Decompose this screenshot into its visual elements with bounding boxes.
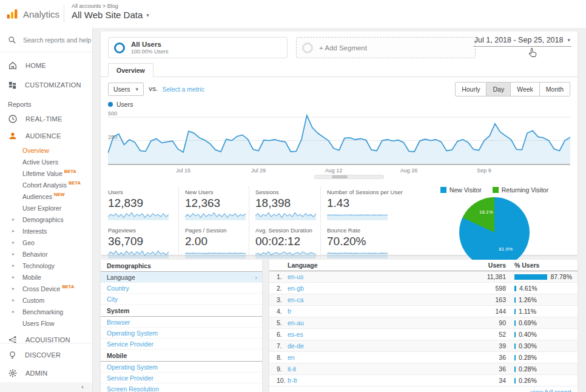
language-link[interactable]: en-au	[288, 319, 462, 326]
sidebar-item-audiences[interactable]: AudiencesNEW	[0, 191, 92, 202]
sidebar-item-cohort-analysis[interactable]: Cohort AnalysisBETA	[0, 179, 92, 191]
granularity-day-button[interactable]: Day	[486, 83, 510, 96]
add-segment-button[interactable]: + Add Segment	[296, 37, 476, 58]
granularity-month-button[interactable]: Month	[539, 83, 570, 96]
sidebar-item-realtime[interactable]: REAL-TIME	[0, 110, 92, 127]
sidebar-item-technology[interactable]: ▸Technology	[0, 260, 92, 271]
expand-arrow-icon[interactable]: ▸	[12, 286, 15, 291]
language-code[interactable]: en-ca	[288, 296, 303, 303]
dimension-link-service-provider[interactable]: Service Provider	[101, 373, 262, 384]
dimension-link-city[interactable]: City	[101, 294, 262, 305]
language-code[interactable]: en	[288, 354, 295, 361]
dimension-link-browser[interactable]: Browser	[101, 317, 262, 328]
sidebar-item-geo[interactable]: ▸Geo	[0, 237, 92, 248]
tab-overview[interactable]: Overview	[108, 63, 153, 77]
sidebar-item-discover[interactable]: DISCOVER	[0, 346, 92, 364]
sidebar-item-label: Custom	[22, 297, 44, 304]
metric-card-sessions[interactable]: Sessions18,398	[249, 186, 320, 225]
language-link[interactable]: it-it	[288, 365, 462, 373]
dimension-link-country[interactable]: Country	[101, 283, 262, 294]
language-link[interactable]: en-gb	[288, 285, 462, 292]
dimension-link-language[interactable]: Language›	[101, 272, 262, 283]
granularity-hourly-button[interactable]: Hourly	[456, 83, 486, 96]
language-code[interactable]: en-us	[288, 273, 303, 280]
breadcrumb-path[interactable]: All accounts > Blog	[72, 3, 149, 9]
metric-card-pages-session[interactable]: Pages / Session2.00	[178, 225, 249, 263]
select-metric-link[interactable]: Select a metric	[162, 86, 204, 93]
analytics-logo[interactable]: Analytics	[0, 0, 64, 28]
metric-card-new-users[interactable]: New Users12,363	[178, 186, 249, 225]
metric-selector-dropdown[interactable]: Users ▾	[108, 83, 144, 96]
sidebar-item-customization[interactable]: CUSTOMIZATION	[0, 75, 92, 95]
language-link[interactable]: en-us	[288, 273, 462, 280]
language-code[interactable]: fr-fr	[288, 377, 297, 384]
metric-card-number-of-sessions-per-user[interactable]: Number of Sessions per User1.43	[320, 186, 413, 225]
language-code[interactable]: de-de	[288, 342, 304, 350]
sidebar-item-user-explorer[interactable]: User Explorer	[0, 202, 92, 214]
segment-subtitle: 100.00% Users	[131, 49, 169, 55]
chart-scrollbar-track[interactable]	[314, 175, 384, 179]
dimension-link-service-provider[interactable]: Service Provider	[101, 339, 262, 350]
expand-arrow-icon[interactable]: ▸	[12, 274, 15, 280]
language-code[interactable]: fr	[288, 308, 291, 315]
segment-all-users[interactable]: All Users 100.00% Users	[108, 37, 288, 58]
date-range-selector[interactable]: Jul 1, 2018 - Sep 25, 2018 ▾	[473, 35, 571, 47]
sidebar-item-mobile[interactable]: ▸Mobile	[0, 271, 92, 283]
language-table-row: 2.en-gb5984.61%	[269, 283, 578, 294]
language-link[interactable]: fr-fr	[288, 377, 462, 384]
sidebar-item-users-flow[interactable]: Users Flow	[0, 317, 92, 329]
sidebar-item-admin[interactable]: ADMIN	[0, 364, 92, 382]
chart-scrollbar-handle[interactable]	[332, 175, 348, 178]
percent-users-cell: 87.78%	[506, 273, 578, 280]
language-code[interactable]: it-it	[288, 365, 296, 373]
granularity-week-button[interactable]: Week	[510, 83, 539, 96]
expand-arrow-icon[interactable]: ▸	[12, 297, 15, 303]
language-link[interactable]: de-de	[288, 342, 462, 350]
sidebar-item-behavior[interactable]: ▸Behavior	[0, 248, 92, 260]
col-users[interactable]: Users	[462, 262, 506, 269]
language-code[interactable]: es-es	[288, 331, 303, 338]
expand-arrow-icon[interactable]: ▸	[12, 228, 15, 234]
x-axis-tick-label: Aug 26	[400, 167, 418, 174]
search-input[interactable]: Search reports and help	[0, 28, 92, 52]
metric-value: 18,398	[255, 197, 314, 210]
dimension-link-operating-system[interactable]: Operating System	[101, 362, 262, 373]
metric-card-pageviews[interactable]: Pageviews36,709	[108, 225, 178, 263]
language-link[interactable]: fr	[288, 308, 462, 315]
property-selector[interactable]: All Web Site Data ▾	[72, 10, 149, 20]
language-link[interactable]: en	[288, 354, 462, 361]
row-rank: 7.	[269, 342, 288, 350]
metric-card-avg-session-duration[interactable]: Avg. Session Duration00:02:12	[249, 225, 320, 263]
expand-arrow-icon[interactable]: ▸	[12, 263, 15, 268]
language-link[interactable]: en-ca	[288, 296, 462, 303]
expand-arrow-icon[interactable]: ▸	[12, 217, 15, 222]
view-full-report-link[interactable]: view full report	[530, 388, 571, 392]
expand-arrow-icon[interactable]: ▸	[12, 251, 15, 257]
expand-arrow-icon[interactable]: ▸	[12, 240, 15, 245]
col-language[interactable]: Language	[288, 262, 462, 269]
visitor-type-pie-chart[interactable]: 81.9%18.1%	[459, 197, 530, 268]
sidebar-item-demographics[interactable]: ▸Demographics	[0, 214, 92, 225]
users-count: 11,381	[462, 273, 506, 280]
language-code[interactable]: en-au	[288, 319, 304, 326]
sidebar-collapse-button[interactable]: ‹	[0, 382, 92, 392]
sidebar-item-custom[interactable]: ▸Custom	[0, 294, 92, 306]
sidebar-item-label: Users Flow	[22, 320, 55, 327]
sidebar-item-benchmarking[interactable]: ▸Benchmarking	[0, 306, 92, 317]
language-link[interactable]: es-es	[288, 331, 462, 338]
dimension-link-screen-resolution[interactable]: Screen Resolution	[101, 384, 262, 392]
sidebar-item-cross-device[interactable]: ▸Cross DeviceBETA	[0, 283, 92, 294]
sidebar-item-overview[interactable]: Overview	[0, 144, 92, 156]
chart-plot-area[interactable]: 250500	[108, 109, 570, 167]
sidebar-item-lifetime-value[interactable]: Lifetime ValueBETA	[0, 167, 92, 179]
expand-arrow-icon[interactable]: ▸	[12, 309, 15, 314]
sidebar-item-home[interactable]: HOME	[0, 56, 92, 75]
metric-card-users[interactable]: Users12,839	[108, 186, 178, 225]
col-pct-users[interactable]: % Users	[506, 262, 578, 269]
dimension-link-operating-system[interactable]: Operating System	[101, 328, 262, 339]
metric-card-bounce-rate[interactable]: Bounce Rate70.20%	[320, 225, 413, 263]
sidebar-item-audience[interactable]: AUDIENCE	[0, 127, 92, 144]
sidebar-item-active-users[interactable]: Active Users	[0, 156, 92, 167]
sidebar-item-interests[interactable]: ▸Interests	[0, 225, 92, 237]
language-code[interactable]: en-gb	[288, 285, 304, 292]
